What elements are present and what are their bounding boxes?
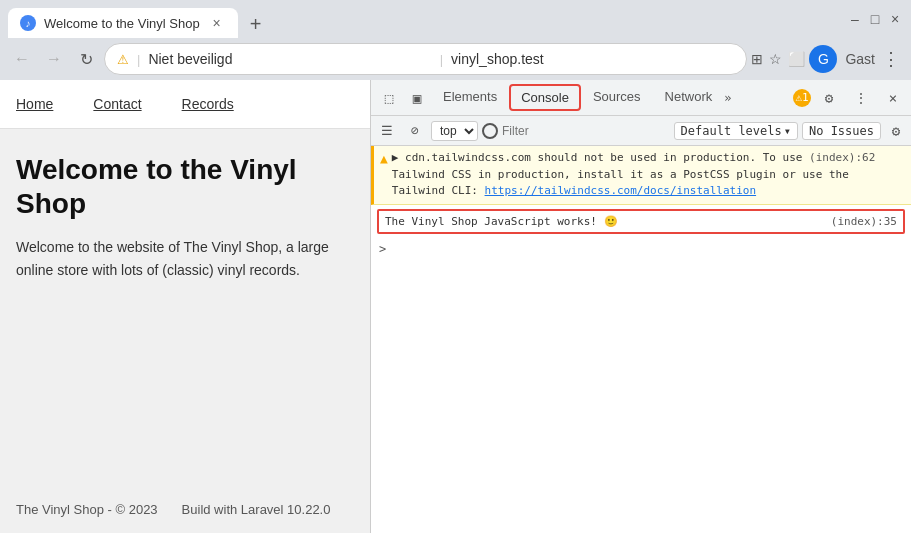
site-nav: Home Contact Records <box>0 80 370 129</box>
devtools-right-icons: ⚠ 1 ⚙ ⋮ × <box>793 84 907 112</box>
window-controls: – □ × <box>847 11 903 27</box>
security-icon: ⚠ <box>117 52 129 67</box>
warning-icon: ▲ <box>380 151 388 166</box>
devtools-tabs: Elements Console Sources Network » <box>431 83 793 112</box>
console-warning-message: ▲ ▶ cdn.tailwindcss.com should not be us… <box>371 146 911 205</box>
devtools-more-button[interactable]: ⋮ <box>847 84 875 112</box>
profile-area: G Gast <box>809 45 875 73</box>
active-tab[interactable]: ♪ Welcome to the Vinyl Shop × <box>8 8 238 38</box>
tab-title: Welcome to the Vinyl Shop <box>44 16 200 31</box>
site-description: Welcome to the website of The Vinyl Shop… <box>16 236 354 281</box>
browser-window: ♪ Welcome to the Vinyl Shop × + – □ × ← … <box>0 0 911 533</box>
devtools-inspect-button[interactable]: ⬚ <box>375 84 403 112</box>
default-levels-label: Default levels <box>681 124 782 138</box>
console-circle-icon <box>482 123 498 139</box>
footer-build: Build with Laravel 10.22.0 <box>182 502 331 517</box>
devtools-device-button[interactable]: ▣ <box>403 84 431 112</box>
console-clear-button[interactable]: ⊘ <box>403 119 427 143</box>
back-button[interactable]: ← <box>8 45 36 73</box>
website-content: Home Contact Records Welcome to the Viny… <box>0 80 370 533</box>
devtools-toolbar: ⬚ ▣ Elements Console Sources Network » ⚠… <box>371 80 911 116</box>
translate-icon[interactable]: ⊞ <box>751 51 763 67</box>
warning-line2: Tailwind CSS in production, install it a… <box>392 168 849 181</box>
minimize-button[interactable]: – <box>847 11 863 27</box>
separator2: | <box>440 52 443 67</box>
console-log-message: The Vinyl Shop JavaScript works! 🙂 (inde… <box>377 209 905 234</box>
console-settings-button[interactable]: ⚙ <box>885 120 907 142</box>
devtools-close-button[interactable]: × <box>879 84 907 112</box>
address-input[interactable]: ⚠ | Niet beveiligd | vinyl_shop.test <box>104 43 747 75</box>
default-levels-button[interactable]: Default levels ▾ <box>674 122 798 140</box>
default-levels-arrow: ▾ <box>784 124 791 138</box>
console-toolbar: ☰ ⊘ top Default levels ▾ No Issues ⚙ <box>371 116 911 146</box>
tab-favicon: ♪ <box>20 15 36 31</box>
tab-area: ♪ Welcome to the Vinyl Shop × + <box>8 0 847 38</box>
browser-menu-button[interactable]: ⋮ <box>879 47 903 71</box>
title-bar: ♪ Welcome to the Vinyl Shop × + – □ × <box>0 0 911 38</box>
close-window-button[interactable]: × <box>887 11 903 27</box>
tab-elements[interactable]: Elements <box>431 83 509 112</box>
separator: | <box>137 52 140 67</box>
log-location[interactable]: (index):35 <box>831 215 897 228</box>
address-bar: ← → ↻ ⚠ | Niet beveiligd | vinyl_shop.te… <box>0 38 911 80</box>
warning-location[interactable]: (index):62 <box>809 151 875 164</box>
more-tabs-button[interactable]: » <box>724 91 731 105</box>
url-text: vinyl_shop.test <box>451 51 734 67</box>
site-title: Welcome to the Vinyl Shop <box>16 153 354 220</box>
tab-close-button[interactable]: × <box>208 14 226 32</box>
console-prompt[interactable]: > <box>371 238 911 260</box>
footer-copyright: The Vinyl Shop - © 2023 <box>16 502 158 517</box>
profile-avatar[interactable]: G <box>809 45 837 73</box>
no-issues-button[interactable]: No Issues <box>802 122 881 140</box>
refresh-button[interactable]: ↻ <box>72 45 100 73</box>
log-text: The Vinyl Shop JavaScript works! 🙂 <box>385 215 827 228</box>
bookmark-icon[interactable]: ☆ <box>769 51 782 67</box>
warning-line3: Tailwind CLI: <box>392 184 485 197</box>
nav-home[interactable]: Home <box>16 96 53 112</box>
tab-network[interactable]: Network <box>653 83 725 112</box>
site-footer: The Vinyl Shop - © 2023 Build with Larav… <box>0 486 370 533</box>
maximize-button[interactable]: □ <box>867 11 883 27</box>
devtools-panel: ⬚ ▣ Elements Console Sources Network » ⚠… <box>370 80 911 533</box>
site-body: Welcome to the Vinyl Shop Welcome to the… <box>0 129 370 486</box>
profile-label: Gast <box>845 51 875 67</box>
warning-link[interactable]: https://tailwindcss.com/docs/installatio… <box>485 184 757 197</box>
new-tab-button[interactable]: + <box>242 10 270 38</box>
warning-badge: ⚠ 1 <box>793 89 811 107</box>
tab-console[interactable]: Console <box>509 84 581 111</box>
console-output: ▲ ▶ cdn.tailwindcss.com should not be us… <box>371 146 911 533</box>
address-right-icons: ⊞ ☆ ⬜ <box>751 51 805 67</box>
console-filter-input[interactable] <box>502 124 670 138</box>
main-split: Home Contact Records Welcome to the Viny… <box>0 80 911 533</box>
warning-number: 1 <box>802 91 809 104</box>
nav-records[interactable]: Records <box>182 96 234 112</box>
warning-line1: ▶ cdn.tailwindcss.com should not be used… <box>392 151 809 164</box>
extension-icon[interactable]: ⬜ <box>788 51 805 67</box>
tab-sources[interactable]: Sources <box>581 83 653 112</box>
console-sidebar-button[interactable]: ☰ <box>375 119 399 143</box>
warning-text: ▶ cdn.tailwindcss.com should not be used… <box>392 150 905 200</box>
devtools-settings-button[interactable]: ⚙ <box>815 84 843 112</box>
warning-count: ⚠ <box>795 91 802 104</box>
security-label: Niet beveiligd <box>148 51 431 67</box>
forward-button[interactable]: → <box>40 45 68 73</box>
context-selector[interactable]: top <box>431 121 478 141</box>
nav-contact[interactable]: Contact <box>93 96 141 112</box>
